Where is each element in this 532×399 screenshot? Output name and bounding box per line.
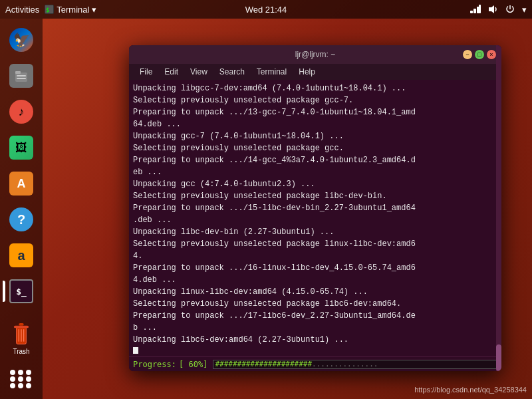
svg-rect-5 [479,5,481,13]
topbar-left: Activities $ Terminal ▾ [5,5,96,15]
svg-text:$: $ [46,7,49,13]
help-icon: ? [9,207,33,231]
svg-rect-13 [19,323,23,326]
topbar-datetime: Wed 21:44 [245,5,287,15]
terminal-icon: $_ [9,279,33,303]
svg-rect-12 [14,326,29,329]
maximize-button[interactable]: □ [475,50,484,59]
topbar-chevron: ▾ [92,5,96,15]
svg-rect-7 [15,72,27,82]
sidebar-item-rhythmbox[interactable]: ♪ [5,96,37,128]
terminal-scrollbar[interactable] [496,45,501,371]
terminal-output: Unpacking libgcc-7-dev:amd64 (7.4.0-1ubu… [129,80,501,356]
close-button[interactable]: × [487,50,496,59]
show-applications-button[interactable] [9,367,33,391]
svg-rect-8 [15,71,21,74]
sidebar-item-terminal[interactable]: $_ [5,275,37,307]
menu-edit[interactable]: Edit [159,66,184,78]
sidebar-item-shotwell[interactable]: 🖼 [5,132,37,164]
terminal-titlebar: ljr@ljrvm: ~ − □ × [129,45,501,64]
topbar-app-name: Terminal [57,5,89,15]
power-icon[interactable] [505,4,515,15]
thunderbird-icon: 🦅 [9,28,33,52]
rhythmbox-icon: ♪ [9,100,33,124]
url-watermark: https://blog.csdn.net/qq_34258344 [414,386,527,394]
files-icon [9,64,33,88]
activities-button[interactable]: Activities [5,5,39,15]
svg-rect-3 [473,9,476,13]
sidebar-item-trash[interactable]: Trash [5,321,37,360]
sidebar-item-font-manager[interactable]: A [5,168,37,200]
topbar-chevron-right: ▾ [522,5,527,15]
window-buttons: − □ × [463,50,496,59]
terminal-app-icon: $ [45,5,54,14]
amazon-icon: a [9,243,33,267]
progress-filled: ###################### [215,360,312,368]
topbar: Activities $ Terminal ▾ Wed 21:44 [0,0,532,19]
font-manager-icon: A [9,172,33,196]
terminal-progress-bar: Progress: [ 60%] ###################### … [129,356,501,371]
volume-icon[interactable] [487,4,498,15]
shotwell-icon: 🖼 [9,136,33,160]
menu-view[interactable]: View [185,66,213,78]
sidebar-item-thunderbird[interactable]: 🦅 [5,24,37,56]
progress-label: Progress: [133,360,176,369]
svg-rect-10 [17,78,26,79]
trash-icon [11,323,32,346]
menu-file[interactable]: File [134,66,158,78]
menu-search[interactable]: Search [214,66,250,78]
menu-help[interactable]: Help [293,66,321,78]
minimize-button[interactable]: − [463,50,472,59]
desktop: ljr@ljrvm: ~ − □ × File Edit View Search… [43,19,532,399]
svg-rect-9 [17,75,26,76]
topbar-right: ▾ [470,4,527,15]
sidebar-item-files[interactable] [5,60,37,92]
terminal-menubar: File Edit View Search Terminal Help [129,64,501,80]
trash-label: Trash [13,348,29,355]
sidebar-item-amazon[interactable]: a [5,239,37,271]
terminal-scroll-thumb[interactable] [496,344,501,371]
sidebar-item-help[interactable]: ? [5,203,37,235]
active-indicator [3,281,5,302]
terminal-title: ljr@ljrvm: ~ [295,50,336,59]
network-icon[interactable] [470,4,481,15]
terminal-text: Unpacking libgcc-7-dev:amd64 (7.4.0-1ubu… [133,82,497,354]
svg-rect-2 [470,11,473,13]
menu-terminal[interactable]: Terminal [251,66,292,78]
sidebar: 🦅 ♪ 🖼 A ? a $_ [0,19,43,399]
progress-bar: ###################### ............... [213,360,497,369]
svg-marker-6 [489,5,494,13]
progress-percent: [ 60%] [179,360,207,369]
progress-empty: ............... [312,360,378,368]
topbar-app-menu[interactable]: $ Terminal ▾ [45,5,96,15]
terminal-window: ljr@ljrvm: ~ − □ × File Edit View Search… [129,45,501,371]
